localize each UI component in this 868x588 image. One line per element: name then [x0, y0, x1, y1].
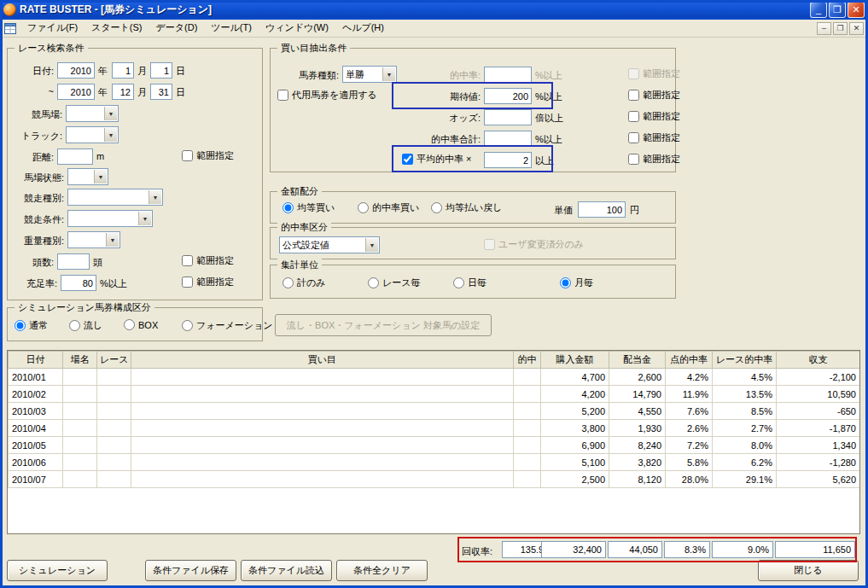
expected-value-input[interactable] — [484, 88, 532, 104]
radio-nagashi[interactable]: 流し — [69, 319, 102, 332]
date-from-day-input[interactable] — [150, 62, 172, 79]
mdi-restore-button[interactable]: ❐ — [833, 22, 848, 35]
save-condition-file-button[interactable]: 条件ファイル保存 — [145, 560, 236, 581]
result-cell — [131, 369, 514, 386]
user-modified-only-checkbox[interactable]: ユーザ変更済分のみ — [484, 238, 584, 251]
result-row[interactable]: 2010/035,2004,5507.6%8.5%-650 — [9, 403, 860, 420]
date-to-day-input[interactable] — [150, 84, 172, 100]
checkbox-input[interactable] — [628, 90, 639, 101]
radio-input[interactable] — [368, 277, 379, 288]
odds-range-checkbox[interactable]: 範囲指定 — [628, 110, 680, 123]
radio-input[interactable] — [453, 277, 464, 288]
radio-per-month[interactable]: 月毎 — [560, 277, 593, 289]
radio-input[interactable] — [283, 277, 294, 288]
checkbox-input[interactable] — [277, 90, 288, 101]
close-window-button[interactable]: 閉じる — [758, 560, 859, 581]
radio-hit-rate-buy[interactable]: 的中率買い — [358, 201, 419, 214]
ticket-type-select[interactable]: 単勝 ▼ — [342, 66, 397, 83]
radio-per-day[interactable]: 日毎 — [453, 277, 486, 289]
radio-input[interactable] — [560, 277, 571, 288]
result-row[interactable]: 2010/024,20014,79011.9%13.5%10,590 — [9, 386, 860, 403]
result-row[interactable]: 2010/014,7002,6004.2%4.5%-2,100 — [9, 369, 860, 386]
average-hit-rate-range-checkbox[interactable]: 範囲指定 — [628, 153, 680, 166]
result-row[interactable]: 2010/043,8001,9302.6%2.7%-1,870 — [9, 420, 860, 437]
radio-input[interactable] — [124, 319, 135, 330]
horse-count-input[interactable] — [57, 253, 90, 270]
result-row[interactable]: 2010/056,9008,2407.2%8.0%1,340 — [9, 437, 860, 454]
fill-rate-input[interactable] — [61, 275, 96, 291]
load-condition-file-button[interactable]: 条件ファイル読込 — [241, 560, 332, 581]
horse-count-range-checkbox[interactable]: 範囲指定 — [182, 254, 234, 267]
unit-price-input[interactable] — [578, 201, 626, 218]
checkbox-input[interactable] — [628, 111, 639, 122]
expected-value-range-checkbox[interactable]: 範囲指定 — [628, 89, 680, 102]
radio-per-race[interactable]: レース毎 — [368, 277, 421, 289]
racecourse-label: 競馬場: — [9, 108, 62, 121]
mdi-minimize-button[interactable]: – — [817, 22, 831, 35]
result-cell — [131, 454, 514, 471]
odds-input[interactable] — [484, 109, 532, 125]
results-table-container[interactable]: 日付場名レース買い目的中購入金額配当金点的中率レース的中率収支 2010/014… — [7, 350, 860, 534]
radio-formation[interactable]: フォーメーション — [182, 319, 273, 332]
checkbox-input[interactable] — [628, 154, 639, 165]
menu-tools[interactable]: ツール(T) — [204, 19, 259, 38]
checkbox-input[interactable] — [628, 132, 639, 143]
race-condition-select[interactable]: ▼ — [67, 210, 153, 227]
result-cell: 3,820 — [609, 454, 666, 471]
radio-equal-buy[interactable]: 均等買い — [283, 201, 335, 214]
date-from-month-input[interactable] — [112, 62, 134, 79]
radio-input[interactable] — [15, 320, 26, 331]
radio-input[interactable] — [431, 202, 442, 213]
date-to-year-input[interactable] — [57, 84, 95, 100]
result-row[interactable]: 2010/072,5008,12028.0%29.1%5,620 — [9, 471, 860, 488]
weight-type-label: 重量種別: — [9, 235, 64, 247]
hit-rate-category-select[interactable]: 公式設定値 ▼ — [279, 236, 380, 253]
checkbox-input[interactable] — [182, 255, 193, 266]
close-button[interactable]: ✕ — [848, 2, 865, 18]
simulation-button[interactable]: シミュレーション — [7, 560, 108, 581]
average-hit-rate-input[interactable] — [484, 152, 532, 168]
hit-rate-range-checkbox[interactable]: 範囲指定 — [628, 67, 680, 80]
checkbox-input[interactable] — [182, 277, 193, 288]
checkbox-input[interactable] — [402, 154, 413, 165]
checkbox-input[interactable] — [182, 150, 193, 161]
race-type-select[interactable]: ▼ — [67, 189, 163, 206]
menu-window[interactable]: ウィンドウ(W) — [259, 19, 335, 38]
clear-all-conditions-button[interactable]: 条件全クリア — [336, 560, 428, 581]
date-from-year-input[interactable] — [57, 62, 95, 79]
menu-help[interactable]: ヘルプ(H) — [335, 19, 391, 38]
restore-button[interactable]: ❐ — [829, 2, 846, 18]
result-cell: 2010/02 — [9, 386, 63, 403]
radio-normal[interactable]: 通常 — [15, 319, 48, 332]
radio-total-only[interactable]: 計のみ — [283, 277, 326, 289]
radio-input[interactable] — [182, 320, 193, 331]
minimize-button[interactable]: _ — [810, 2, 827, 18]
radio-input[interactable] — [69, 320, 80, 331]
distance-range-checkbox[interactable]: 範囲指定 — [182, 149, 234, 162]
result-row[interactable]: 2010/065,1003,8205.8%6.2%-1,280 — [9, 454, 860, 471]
hit-rate-total-input[interactable] — [484, 131, 532, 147]
radio-input[interactable] — [358, 202, 369, 213]
total-balance-value: 11,650 — [775, 541, 855, 558]
distance-input[interactable] — [57, 148, 93, 165]
substitute-ticket-checkbox[interactable]: 代用馬券を適用する — [277, 89, 377, 102]
menu-file[interactable]: ファイル(F) — [20, 19, 84, 38]
radio-input[interactable] — [283, 202, 294, 213]
weight-type-select[interactable]: ▼ — [67, 231, 120, 248]
track-select[interactable]: ▼ — [66, 126, 119, 143]
menu-start[interactable]: スタート(S) — [84, 19, 149, 38]
fill-rate-range-checkbox[interactable]: 範囲指定 — [182, 276, 234, 288]
menu-data[interactable]: データ(D) — [149, 19, 205, 38]
column-header: 収支 — [777, 352, 860, 369]
hit-rate-input[interactable] — [484, 67, 532, 83]
result-cell: 4,550 — [609, 403, 666, 420]
hit-rate-total-range-checkbox[interactable]: 範囲指定 — [628, 131, 680, 144]
date-to-month-input[interactable] — [112, 84, 134, 100]
track-condition-select[interactable]: ▼ — [67, 168, 108, 185]
racecourse-select[interactable]: ▼ — [66, 105, 119, 122]
mdi-close-button[interactable]: ✕ — [849, 22, 864, 35]
radio-box[interactable]: BOX — [124, 319, 158, 330]
radio-equal-payout[interactable]: 均等払い戻し — [431, 201, 503, 214]
average-hit-rate-checkbox[interactable]: 平均的中率 × — [402, 153, 471, 166]
radio-label: フォーメーション — [196, 319, 273, 332]
